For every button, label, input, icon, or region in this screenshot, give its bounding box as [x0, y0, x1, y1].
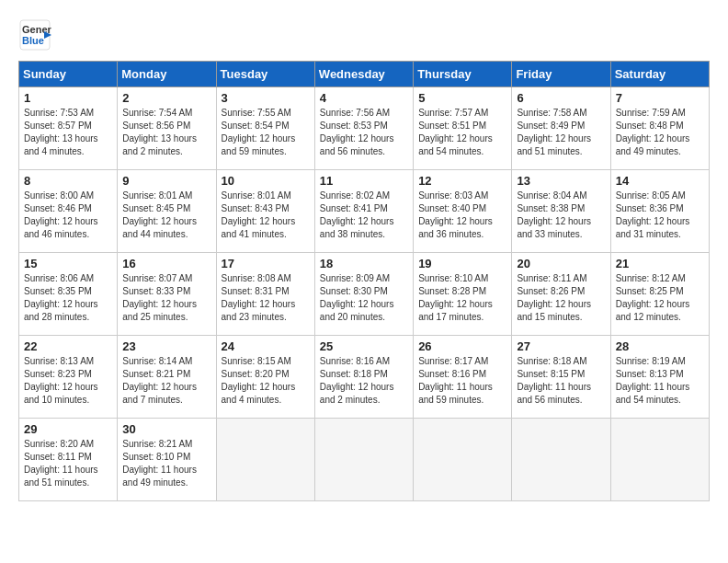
day-number: 29 [24, 422, 112, 436]
day-info: Sunrise: 8:11 AM Sunset: 8:26 PM Dayligh… [517, 272, 605, 324]
day-number: 16 [122, 257, 210, 270]
day-number: 26 [418, 339, 506, 353]
day-info: Sunrise: 8:13 AM Sunset: 8:23 PM Dayligh… [24, 355, 112, 407]
calendar-cell: 14Sunrise: 8:05 AM Sunset: 8:36 PM Dayli… [610, 170, 709, 253]
day-info: Sunrise: 8:01 AM Sunset: 8:45 PM Dayligh… [122, 190, 210, 241]
calendar-cell: 7Sunrise: 7:59 AM Sunset: 8:48 PM Daylig… [610, 87, 709, 170]
weekday-header-monday: Monday [118, 62, 216, 87]
calendar-cell: 9Sunrise: 8:01 AM Sunset: 8:45 PM Daylig… [118, 170, 216, 253]
day-info: Sunrise: 7:58 AM Sunset: 8:49 PM Dayligh… [517, 107, 605, 158]
calendar-cell: 2Sunrise: 7:54 AM Sunset: 8:56 PM Daylig… [118, 87, 216, 170]
calendar-cell: 30Sunrise: 8:21 AM Sunset: 8:10 PM Dayli… [118, 419, 216, 501]
day-info: Sunrise: 8:16 AM Sunset: 8:18 PM Dayligh… [320, 355, 408, 407]
calendar-cell [216, 419, 314, 501]
calendar-cell [414, 419, 512, 501]
calendar-cell [314, 419, 413, 501]
calendar-cell: 22Sunrise: 8:13 AM Sunset: 8:23 PM Dayli… [19, 336, 118, 419]
day-info: Sunrise: 8:05 AM Sunset: 8:36 PM Dayligh… [616, 190, 704, 241]
calendar-cell: 13Sunrise: 8:04 AM Sunset: 8:38 PM Dayli… [512, 170, 610, 253]
day-info: Sunrise: 8:04 AM Sunset: 8:38 PM Dayligh… [517, 190, 605, 241]
day-number: 4 [320, 91, 408, 105]
calendar-cell: 24Sunrise: 8:15 AM Sunset: 8:20 PM Dayli… [216, 336, 314, 419]
calendar-cell: 19Sunrise: 8:10 AM Sunset: 8:28 PM Dayli… [414, 253, 512, 336]
calendar-cell: 26Sunrise: 8:17 AM Sunset: 8:16 PM Dayli… [414, 336, 512, 419]
calendar-cell: 3Sunrise: 7:55 AM Sunset: 8:54 PM Daylig… [216, 87, 314, 170]
day-number: 8 [24, 174, 112, 188]
day-number: 20 [517, 257, 605, 270]
calendar-cell: 28Sunrise: 8:19 AM Sunset: 8:13 PM Dayli… [610, 336, 709, 419]
calendar-cell: 20Sunrise: 8:11 AM Sunset: 8:26 PM Dayli… [512, 253, 610, 336]
day-info: Sunrise: 7:53 AM Sunset: 8:57 PM Dayligh… [24, 107, 112, 158]
day-info: Sunrise: 8:03 AM Sunset: 8:40 PM Dayligh… [418, 190, 506, 241]
day-number: 19 [418, 257, 506, 270]
day-info: Sunrise: 8:21 AM Sunset: 8:10 PM Dayligh… [122, 438, 210, 489]
day-number: 18 [320, 257, 408, 270]
weekday-header-sunday: Sunday [19, 62, 118, 87]
day-number: 15 [24, 257, 112, 270]
day-number: 22 [24, 339, 112, 353]
day-number: 7 [616, 91, 704, 105]
day-number: 11 [320, 174, 408, 188]
day-info: Sunrise: 8:01 AM Sunset: 8:43 PM Dayligh… [222, 190, 310, 241]
weekday-header-friday: Friday [512, 62, 610, 87]
day-number: 28 [616, 339, 704, 353]
calendar-cell: 21Sunrise: 8:12 AM Sunset: 8:25 PM Dayli… [610, 253, 709, 336]
calendar-cell: 4Sunrise: 7:56 AM Sunset: 8:53 PM Daylig… [314, 87, 413, 170]
day-number: 3 [222, 91, 310, 105]
calendar-cell: 12Sunrise: 8:03 AM Sunset: 8:40 PM Dayli… [414, 170, 512, 253]
day-number: 24 [222, 339, 310, 353]
calendar-cell: 18Sunrise: 8:09 AM Sunset: 8:30 PM Dayli… [314, 253, 413, 336]
weekday-header-saturday: Saturday [610, 62, 709, 87]
day-info: Sunrise: 8:15 AM Sunset: 8:20 PM Dayligh… [222, 355, 310, 407]
day-number: 2 [122, 91, 210, 105]
weekday-header-tuesday: Tuesday [216, 62, 314, 87]
day-info: Sunrise: 8:08 AM Sunset: 8:31 PM Dayligh… [222, 272, 310, 324]
calendar-cell: 1Sunrise: 7:53 AM Sunset: 8:57 PM Daylig… [19, 87, 118, 170]
day-number: 25 [320, 339, 408, 353]
day-number: 17 [222, 257, 310, 270]
day-number: 23 [122, 339, 210, 353]
weekday-header-thursday: Thursday [414, 62, 512, 87]
day-number: 14 [616, 174, 704, 188]
day-info: Sunrise: 7:57 AM Sunset: 8:51 PM Dayligh… [418, 107, 506, 158]
calendar-cell: 15Sunrise: 8:06 AM Sunset: 8:35 PM Dayli… [19, 253, 118, 336]
day-info: Sunrise: 8:20 AM Sunset: 8:11 PM Dayligh… [24, 438, 112, 489]
day-number: 10 [222, 174, 310, 188]
day-number: 30 [122, 422, 210, 436]
day-info: Sunrise: 8:18 AM Sunset: 8:15 PM Dayligh… [517, 355, 605, 407]
day-info: Sunrise: 8:02 AM Sunset: 8:41 PM Dayligh… [320, 190, 408, 241]
calendar-cell: 16Sunrise: 8:07 AM Sunset: 8:33 PM Dayli… [118, 253, 216, 336]
day-number: 13 [517, 174, 605, 188]
day-number: 5 [418, 91, 506, 105]
day-info: Sunrise: 8:12 AM Sunset: 8:25 PM Dayligh… [616, 272, 704, 324]
day-number: 12 [418, 174, 506, 188]
calendar-cell: 5Sunrise: 7:57 AM Sunset: 8:51 PM Daylig… [414, 87, 512, 170]
calendar-cell: 10Sunrise: 8:01 AM Sunset: 8:43 PM Dayli… [216, 170, 314, 253]
day-info: Sunrise: 7:59 AM Sunset: 8:48 PM Dayligh… [616, 107, 704, 158]
day-info: Sunrise: 8:14 AM Sunset: 8:21 PM Dayligh… [122, 355, 210, 407]
calendar-cell: 17Sunrise: 8:08 AM Sunset: 8:31 PM Dayli… [216, 253, 314, 336]
logo: General Blue [18, 18, 51, 52]
day-info: Sunrise: 7:55 AM Sunset: 8:54 PM Dayligh… [222, 107, 310, 158]
calendar-cell: 6Sunrise: 7:58 AM Sunset: 8:49 PM Daylig… [512, 87, 610, 170]
day-info: Sunrise: 8:19 AM Sunset: 8:13 PM Dayligh… [616, 355, 704, 407]
svg-text:Blue: Blue [22, 35, 44, 46]
calendar-cell: 29Sunrise: 8:20 AM Sunset: 8:11 PM Dayli… [19, 419, 118, 501]
day-info: Sunrise: 8:07 AM Sunset: 8:33 PM Dayligh… [122, 272, 210, 324]
page-header: General Blue [18, 18, 710, 52]
day-number: 9 [122, 174, 210, 188]
calendar-cell: 11Sunrise: 8:02 AM Sunset: 8:41 PM Dayli… [314, 170, 413, 253]
calendar-cell: 25Sunrise: 8:16 AM Sunset: 8:18 PM Dayli… [314, 336, 413, 419]
day-number: 6 [517, 91, 605, 105]
calendar-cell: 27Sunrise: 8:18 AM Sunset: 8:15 PM Dayli… [512, 336, 610, 419]
calendar-cell [610, 419, 709, 501]
calendar-cell: 23Sunrise: 8:14 AM Sunset: 8:21 PM Dayli… [118, 336, 216, 419]
day-info: Sunrise: 7:56 AM Sunset: 8:53 PM Dayligh… [320, 107, 408, 158]
day-number: 27 [517, 339, 605, 353]
day-info: Sunrise: 8:10 AM Sunset: 8:28 PM Dayligh… [418, 272, 506, 324]
weekday-header-wednesday: Wednesday [314, 62, 413, 87]
day-info: Sunrise: 8:00 AM Sunset: 8:46 PM Dayligh… [24, 190, 112, 241]
day-number: 1 [24, 91, 112, 105]
calendar-table: SundayMondayTuesdayWednesdayThursdayFrid… [18, 61, 710, 501]
calendar-cell: 8Sunrise: 8:00 AM Sunset: 8:46 PM Daylig… [19, 170, 118, 253]
